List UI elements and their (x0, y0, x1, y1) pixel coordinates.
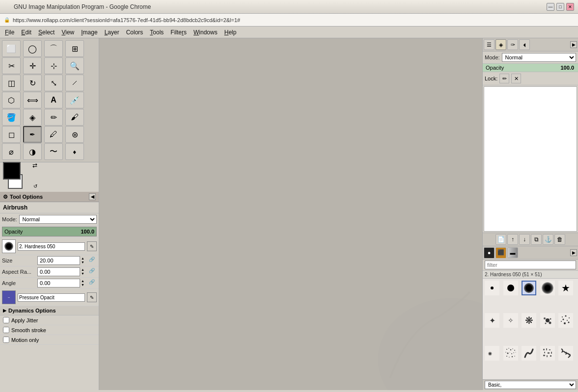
dynamics-edit-button[interactable]: ✎ (87, 292, 97, 302)
minimize-button[interactable]: — (547, 3, 554, 11)
brush-edit-button[interactable]: ✎ (87, 241, 97, 251)
canvas-area[interactable] (99, 38, 482, 390)
menu-edit[interactable]: Edit (18, 28, 34, 37)
fuzzy-select-tool[interactable]: ⊞ (65, 40, 84, 57)
menu-help[interactable]: Help (221, 28, 240, 37)
angle-input[interactable] (37, 279, 80, 287)
pencil-tool[interactable]: ✏ (44, 109, 63, 126)
tool-options-collapse-button[interactable]: ◀ (89, 193, 96, 200)
shear-tool[interactable]: ⟋ (65, 75, 84, 91)
angle-spin[interactable]: ▲ ▼ (81, 279, 88, 287)
color-picker-tool[interactable]: 💉 (65, 92, 84, 108)
crop-tool[interactable]: ◫ (2, 75, 21, 91)
eraser-tool[interactable]: ◻ (2, 126, 21, 143)
maximize-button[interactable]: □ (556, 3, 564, 11)
paintbrush-tool[interactable]: 🖌 (65, 109, 84, 126)
close-button[interactable]: ✕ (566, 3, 574, 11)
motion-only-label[interactable]: Motion only (11, 337, 39, 343)
paths-panel-icon[interactable]: ✑ (507, 39, 518, 50)
size-input[interactable] (37, 256, 80, 265)
menu-file[interactable]: File (2, 28, 17, 37)
brush-cell-5[interactable]: ★ (558, 281, 573, 295)
apply-jitter-checkbox[interactable] (3, 317, 9, 323)
brush-cell-9[interactable] (540, 313, 555, 328)
dodge-burn-tool[interactable]: ◑ (23, 143, 42, 160)
swap-colors-icon[interactable]: ⇄ (32, 162, 37, 169)
right-panel-collapse-button[interactable]: ▶ (570, 41, 577, 48)
perspective-tool[interactable]: ⬡ (2, 92, 21, 108)
duplicate-layer-button[interactable]: ⧉ (531, 234, 542, 245)
menu-tools[interactable]: Tools (147, 28, 166, 37)
convolve-tool[interactable]: ⬧ (65, 143, 84, 160)
aspect-ratio-link-icon[interactable]: 🔗 (89, 268, 97, 276)
clone-tool[interactable]: ⊛ (65, 126, 84, 143)
patterns-tab[interactable]: ⬛ (495, 247, 506, 258)
aspect-ratio-input[interactable] (37, 267, 80, 276)
brush-cell-7[interactable]: ✧ (503, 313, 518, 328)
align-tool[interactable]: ⊹ (44, 57, 63, 74)
layers-list[interactable] (484, 86, 577, 232)
lower-layer-button[interactable]: ↓ (519, 234, 530, 245)
heal-tool[interactable]: ⌀ (2, 143, 21, 160)
mode-select[interactable]: Normal Dissolve Multiply Screen Overlay (19, 215, 97, 224)
foreground-color-swatch[interactable] (3, 162, 21, 180)
ink-tool[interactable]: 🖊 (44, 126, 63, 143)
brush-preview-icon[interactable] (2, 239, 16, 253)
brushes-category-dropdown[interactable]: Basic, Chalk Pencil Watercolor (485, 381, 576, 389)
delete-layer-button[interactable]: 🗑 (554, 234, 565, 245)
menu-image[interactable]: Image (78, 28, 100, 37)
channels-panel-icon[interactable]: ◈ (495, 39, 506, 50)
motion-only-checkbox[interactable] (3, 337, 9, 343)
menu-colors[interactable]: Colors (123, 28, 146, 37)
lock-pixels-button[interactable]: ✏ (499, 74, 509, 83)
smooth-stroke-label[interactable]: Smooth stroke (11, 327, 46, 333)
menu-layer[interactable]: Layer (102, 28, 122, 37)
free-select-tool[interactable]: ⌒ (44, 40, 63, 57)
reset-colors-icon[interactable]: ↺ (33, 183, 37, 189)
brushes-panel-collapse-button[interactable]: ▶ (570, 249, 577, 256)
dynamics-preview-icon[interactable]: ~ (2, 290, 16, 304)
brush-cell-1[interactable] (485, 281, 499, 295)
flip-tool[interactable]: ⟺ (23, 92, 42, 108)
scissors-tool[interactable]: ✂ (2, 57, 21, 74)
aspect-ratio-spin[interactable]: ▲ ▼ (81, 268, 88, 276)
size-link-icon[interactable]: 🔗 (89, 257, 97, 264)
rectangle-select-tool[interactable]: ⬜ (2, 40, 21, 57)
angle-link-icon[interactable]: 🔗 (89, 279, 97, 287)
apply-jitter-label[interactable]: Apply Jitter (11, 317, 38, 323)
raise-layer-button[interactable]: ↑ (507, 234, 518, 245)
dynamics-options-toggle[interactable]: ▶ Dynamics Options (0, 306, 99, 315)
menu-filters[interactable]: Filters (167, 28, 190, 37)
brush-cell-11[interactable]: ⁕ (485, 346, 499, 361)
menu-view[interactable]: View (58, 28, 77, 37)
brushes-tab[interactable]: ● (484, 247, 495, 258)
smudge-tool[interactable]: 〜 (44, 143, 63, 160)
brush-cell-14[interactable] (540, 346, 555, 361)
smooth-stroke-checkbox[interactable] (3, 327, 9, 333)
brush-cell-15[interactable] (558, 346, 573, 361)
aspect-ratio-down-button[interactable]: ▼ (81, 272, 88, 276)
zoom-tool[interactable]: 🔍 (65, 57, 84, 74)
layers-mode-select[interactable]: Normal Dissolve Multiply (502, 53, 576, 62)
airbrush-tool[interactable]: ✒ (23, 126, 42, 143)
brush-name-field[interactable]: 2. Hardness 050 (18, 242, 85, 251)
bucket-fill-tool[interactable]: 🪣 (2, 109, 21, 126)
text-tool[interactable]: A (44, 92, 63, 108)
ellipse-select-tool[interactable]: ◯ (23, 40, 42, 57)
new-layer-button[interactable]: 📄 (495, 234, 506, 245)
undo-history-icon[interactable]: ⏴ (519, 39, 530, 50)
brush-cell-13[interactable] (522, 346, 536, 361)
angle-up-button[interactable]: ▲ (81, 279, 88, 283)
menu-select[interactable]: Select (35, 28, 57, 37)
size-up-button[interactable]: ▲ (81, 257, 88, 261)
url-display[interactable]: https://www.rollapp.com/client?sessionId… (13, 17, 240, 23)
brush-cell-12[interactable] (503, 346, 518, 361)
brush-cell-10[interactable] (558, 313, 573, 328)
brush-cell-6[interactable]: ✦ (485, 313, 499, 328)
brush-cell-8[interactable]: ❋ (522, 313, 536, 328)
brush-cell-4[interactable] (540, 281, 555, 295)
brush-cell-2[interactable] (503, 281, 518, 295)
rotate-tool[interactable]: ↻ (23, 75, 42, 91)
lock-alpha-button[interactable]: ✕ (511, 74, 521, 83)
gradients-tab[interactable]: ▬ (507, 247, 518, 258)
